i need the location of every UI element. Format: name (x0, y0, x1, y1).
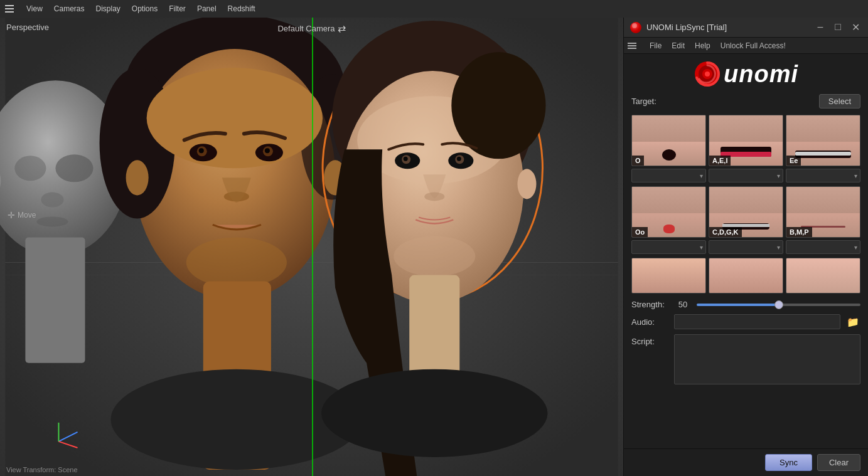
audio-folder-button[interactable]: 📁 (845, 316, 860, 328)
strength-value: 50 (674, 300, 692, 309)
svg-point-7 (41, 192, 63, 207)
svg-point-34 (404, 157, 408, 161)
hamburger-icon[interactable] (5, 3, 16, 14)
panel-title-left: UNOMi LipSync [Trial] (630, 22, 727, 33)
unomi-spiral-icon (694, 60, 721, 88)
logo-area: unomi (631, 60, 860, 88)
menu-view[interactable]: View (21, 3, 48, 15)
menu-filter[interactable]: Filter (164, 3, 191, 15)
panel-titlebar: UNOMi LipSync [Trial] – □ ✕ (624, 18, 868, 38)
svg-point-22 (186, 237, 287, 287)
panel-hamburger-icon[interactable] (628, 39, 641, 53)
menu-bar: View Cameras Display Options Filter Pane… (0, 0, 868, 18)
audio-input[interactable] (674, 314, 840, 329)
dropdown-wrapper-Oo (631, 240, 706, 254)
svg-point-41 (321, 369, 547, 457)
panel-footer: Sync Clear (624, 448, 868, 476)
morph-cell-Ee[interactable]: Ee (786, 115, 860, 166)
strength-label: Strength: (631, 300, 669, 309)
morph-row-3-partial (631, 258, 860, 294)
panel-body: unomi Target: Select O (624, 54, 868, 448)
dropdown-row-2 (631, 240, 860, 254)
morph-label-CDGK: C,D,G,K (709, 227, 742, 237)
morph-label-AEI: A,E,I (709, 156, 731, 166)
menu-options[interactable]: Options (127, 3, 163, 15)
morph-cell-extra-3[interactable] (786, 258, 860, 294)
morph-cell-extra-2[interactable] (709, 258, 783, 294)
dropdown-row-1 (631, 169, 860, 182)
morph-dropdown-Ee[interactable] (786, 169, 860, 182)
dropdown-wrapper-AEI (709, 169, 783, 182)
svg-point-42 (517, 169, 536, 199)
sync-button[interactable]: Sync (765, 454, 812, 471)
panel-logo-icon (630, 22, 641, 33)
viewport-bottom-label: View Transform: Scene (6, 466, 78, 473)
dropdown-wrapper-CDGK (709, 240, 783, 254)
svg-point-38 (424, 192, 444, 201)
panel-menubar: File Edit Help Unlock Full Access! (624, 38, 868, 54)
unomi-logo: unomi (694, 60, 798, 88)
morph-thumb-partial-3 (786, 258, 860, 293)
svg-point-6 (14, 156, 46, 181)
panel-menu-unlock[interactable]: Unlock Full Access! (716, 40, 790, 51)
select-button[interactable]: Select (819, 94, 860, 108)
strength-slider[interactable] (697, 304, 860, 306)
morph-row-1-images: O A,E,I Ee (631, 115, 860, 166)
svg-point-31 (451, 52, 545, 159)
audio-row: Audio: 📁 (631, 314, 860, 329)
svg-point-14 (147, 68, 323, 168)
vertical-divider (312, 18, 313, 476)
svg-point-20 (265, 148, 270, 153)
script-row: Script: (631, 334, 860, 437)
move-tool-label: ✛ Move (8, 210, 36, 220)
viewport[interactable]: Perspective Default Camera ⇄ ✛ Move View… (0, 18, 623, 476)
morph-dropdown-Oo[interactable] (631, 240, 706, 254)
unomi-logo-text: unomi (724, 61, 798, 88)
minimize-button[interactable]: – (814, 21, 827, 33)
morph-dropdown-O[interactable] (631, 169, 706, 182)
morph-label-O: O (632, 156, 644, 166)
menu-display[interactable]: Display (90, 3, 125, 15)
morph-cell-AEI[interactable]: A,E,I (709, 115, 783, 166)
morph-cell-Oo[interactable]: Oo (631, 186, 706, 238)
morph-thumb-partial-1 (632, 258, 705, 293)
svg-rect-4 (25, 237, 85, 362)
morph-dropdown-BMP[interactable] (786, 240, 860, 254)
menu-redshift[interactable]: Redshift (223, 3, 260, 15)
close-button[interactable]: ✕ (849, 21, 862, 33)
morph-label-BMP: B,M,P (786, 227, 812, 237)
viewport-label: Perspective (6, 23, 49, 32)
panel-menu-help[interactable]: Help (690, 40, 715, 51)
audio-label: Audio: (631, 317, 669, 327)
main-content: Perspective Default Camera ⇄ ✛ Move View… (0, 18, 868, 476)
svg-point-37 (457, 157, 461, 161)
morph-dropdown-AEI[interactable] (709, 169, 783, 182)
script-textarea[interactable] (674, 334, 860, 384)
script-label: Script: (631, 337, 669, 346)
scene-background: Perspective Default Camera ⇄ ✛ Move View… (0, 18, 623, 476)
camera-label: Default Camera ⇄ (277, 23, 345, 34)
morph-cell-CDGK[interactable]: C,D,G,K (709, 186, 783, 238)
panel-menu-file[interactable]: File (645, 40, 666, 51)
svg-point-39 (394, 236, 475, 276)
clear-button[interactable]: Clear (817, 454, 860, 471)
svg-point-49 (705, 71, 710, 77)
plugin-panel: UNOMi LipSync [Trial] – □ ✕ File Edit He… (623, 18, 868, 476)
morph-cell-O[interactable]: O (631, 115, 706, 166)
morph-cell-extra-1[interactable] (631, 258, 706, 294)
panel-menu-edit[interactable]: Edit (667, 40, 689, 51)
menu-cameras[interactable]: Cameras (49, 3, 90, 15)
morph-thumb-partial-2 (709, 258, 783, 293)
morph-label-Oo: Oo (632, 227, 648, 237)
strength-row: Strength: 50 (631, 300, 860, 309)
target-row: Target: Select (631, 94, 860, 108)
maximize-button[interactable]: □ (832, 21, 844, 33)
menu-panel[interactable]: Panel (192, 3, 222, 15)
morph-label-Ee: Ee (786, 156, 801, 166)
morph-dropdown-CDGK[interactable] (709, 240, 783, 254)
dropdown-wrapper-O (631, 169, 706, 182)
morph-cell-BMP[interactable]: B,M,P (786, 186, 860, 238)
svg-point-5 (55, 154, 93, 182)
panel-title-text: UNOMi LipSync [Trial] (646, 23, 727, 32)
morph-row-2-images: Oo C,D,G,K B,M,P (631, 186, 860, 238)
